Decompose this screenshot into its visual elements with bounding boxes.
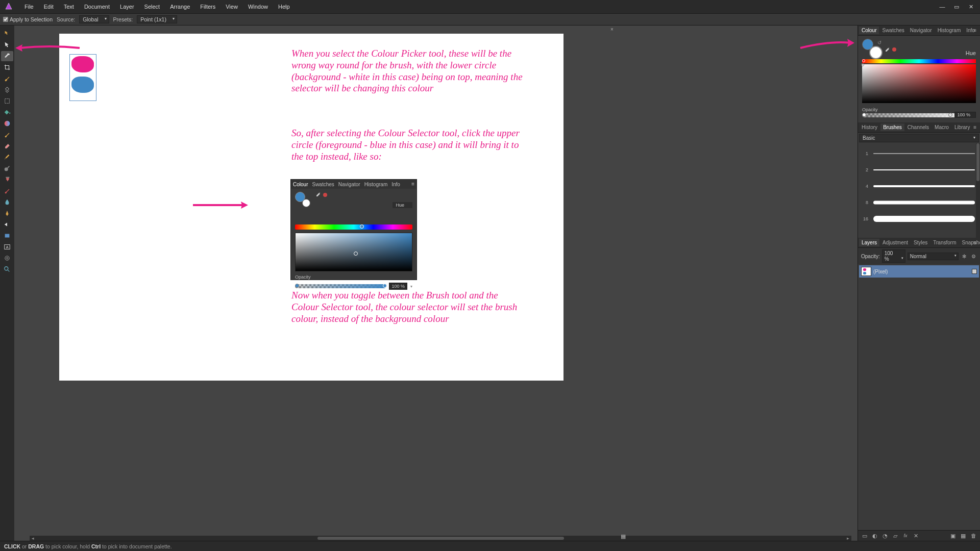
zoom-tool-icon[interactable] <box>1 264 13 274</box>
brush-category-dropdown[interactable]: Basic <box>859 134 979 142</box>
gradient-tool-icon[interactable] <box>1 118 13 129</box>
brush-preset[interactable]: 4 <box>859 178 979 194</box>
opacity-value[interactable]: 100 % <box>954 112 976 118</box>
tab-adjustment[interactable]: Adjustment <box>880 239 911 246</box>
erase-brush-tool-icon[interactable] <box>1 141 13 151</box>
tab-layers[interactable]: Layers <box>859 239 879 246</box>
brush-scrollbar[interactable] <box>976 143 980 238</box>
tab-swatches[interactable]: Swatches <box>879 27 906 34</box>
dodge-tool-icon[interactable] <box>1 163 13 173</box>
document-close-icon[interactable]: × <box>610 27 614 32</box>
live-filter-icon[interactable]: ▱ <box>892 532 899 539</box>
layer-row[interactable]: (Pixel) <box>859 265 979 278</box>
fx-icon[interactable]: fx <box>902 532 909 539</box>
brush-preset[interactable]: 1 <box>859 145 979 162</box>
menu-layer[interactable]: Layer <box>115 2 139 12</box>
colour-picker-tool-icon[interactable] <box>1 51 13 61</box>
mesh-warp-tool-icon[interactable] <box>1 253 13 263</box>
scroll-right-icon[interactable]: ▸ <box>847 536 849 541</box>
layer-name[interactable]: (Pixel) <box>873 269 888 274</box>
flood-fill-tool-icon[interactable] <box>1 107 13 117</box>
menu-filters[interactable]: Filters <box>195 2 220 12</box>
mask-icon[interactable]: ▭ <box>861 532 868 539</box>
panel-nocolour-icon[interactable] <box>892 47 897 52</box>
brush-preset[interactable]: 2 <box>859 162 979 178</box>
panel-layout-icon[interactable]: ▦ <box>620 533 627 540</box>
fx-layer-icon[interactable]: ◔ <box>881 532 889 539</box>
menu-window[interactable]: Window <box>243 2 273 12</box>
marquee-tool-icon[interactable] <box>1 96 13 106</box>
shape-tool-icon[interactable] <box>1 219 13 230</box>
crop-tool-icon[interactable] <box>1 62 13 72</box>
inpainting-tool-icon[interactable] <box>1 186 13 196</box>
source-dropdown[interactable]: Global <box>79 15 109 23</box>
tab-styles[interactable]: Styles <box>911 239 930 246</box>
menu-view[interactable]: View <box>220 2 243 12</box>
add-layer-icon[interactable]: ▦ <box>960 532 967 539</box>
rectangle-tool-icon[interactable] <box>1 231 13 241</box>
foreground-colour-well[interactable] <box>869 46 883 59</box>
pink-paint-blob <box>71 56 94 72</box>
move-tool-icon[interactable] <box>1 40 13 50</box>
layer-settings-icon[interactable]: ✻ <box>961 253 968 260</box>
blur-tool-icon[interactable] <box>1 197 13 207</box>
clone-tool-icon[interactable] <box>1 174 13 185</box>
text-tool-icon[interactable]: A <box>1 242 13 252</box>
tab-histogram[interactable]: Histogram <box>935 27 964 34</box>
presets-dropdown[interactable]: Point (1x1) <box>137 15 177 23</box>
menu-help[interactable]: Help <box>273 2 295 12</box>
hue-thumb[interactable] <box>862 59 865 62</box>
colour-wells[interactable]: ↺ <box>862 39 880 57</box>
saturation-box[interactable] <box>862 64 976 103</box>
window-close-icon[interactable]: ✕ <box>966 3 976 10</box>
selection-brush-tool-icon[interactable] <box>1 73 13 84</box>
group-icon[interactable]: ▣ <box>949 532 957 539</box>
layer-visibility-checkbox[interactable] <box>972 269 977 274</box>
tab-channels[interactable]: Channels <box>905 123 932 131</box>
adjustment-icon[interactable]: ◐ <box>871 532 878 539</box>
menu-select[interactable]: Select <box>139 2 165 12</box>
brushes-panel-menu-icon[interactable]: ≡ <box>971 123 979 131</box>
tab-navigator[interactable]: Navigator <box>908 27 935 34</box>
horizontal-scrollbar[interactable]: ◂ ▸ <box>30 536 851 541</box>
layers-panel-menu-icon[interactable]: ≡ <box>971 239 979 246</box>
menu-document[interactable]: Document <box>79 2 115 12</box>
scroll-thumb[interactable] <box>317 537 564 540</box>
layer-opacity-dropdown[interactable]: 100 % <box>882 249 905 263</box>
menu-text[interactable]: Text <box>59 2 79 12</box>
tab-macro[interactable]: Macro <box>932 123 951 131</box>
brush-size-label: 2 <box>861 167 868 172</box>
canvas-area[interactable]: When you select the Colour Picker tool, … <box>14 26 857 541</box>
window-minimize-icon[interactable]: — <box>937 3 947 10</box>
tab-brushes[interactable]: Brushes <box>880 123 904 131</box>
tab-colour[interactable]: Colour <box>859 27 879 34</box>
view-tool-icon[interactable] <box>1 29 13 39</box>
menu-file[interactable]: File <box>19 2 39 12</box>
layer-gear-icon[interactable]: ⚙ <box>970 253 977 260</box>
flood-select-tool-icon[interactable] <box>1 85 13 95</box>
delete-layer-icon[interactable]: 🗑 <box>970 532 977 539</box>
tab-transform[interactable]: Transform <box>930 239 959 246</box>
window-maximize-icon[interactable]: ▭ <box>951 3 962 10</box>
pixel-tool-icon[interactable] <box>1 152 13 162</box>
panel-eyedropper-icon[interactable] <box>884 47 890 53</box>
tab-history[interactable]: History <box>859 123 880 131</box>
opacity-slider[interactable]: 100 % <box>862 113 976 117</box>
menu-edit[interactable]: Edit <box>39 2 59 12</box>
apply-to-selection-checkbox[interactable]: Apply to Selection <box>3 16 53 22</box>
hue-slider[interactable] <box>862 59 976 63</box>
scroll-left-icon[interactable]: ◂ <box>32 536 34 541</box>
pen-tool-icon[interactable] <box>1 208 13 218</box>
colour-mode-dropdown[interactable]: Hue <box>966 50 976 56</box>
saturation-thumb[interactable] <box>861 63 864 66</box>
document-canvas[interactable]: When you select the Colour Picker tool, … <box>59 34 564 381</box>
crop-layer-icon[interactable]: ✕ <box>912 532 919 539</box>
paint-brush-tool-icon[interactable] <box>1 130 13 140</box>
brush-preset[interactable]: 16 <box>859 211 979 227</box>
swap-colours-icon[interactable]: ↺ <box>877 40 881 45</box>
colour-panel-menu-icon[interactable]: ≡ <box>971 27 979 34</box>
layer-blend-dropdown[interactable]: Normal <box>908 253 959 260</box>
brush-preset[interactable]: 8 <box>859 194 979 211</box>
menu-arrange[interactable]: Arrange <box>165 2 195 12</box>
tab-library[interactable]: Library <box>952 123 973 131</box>
